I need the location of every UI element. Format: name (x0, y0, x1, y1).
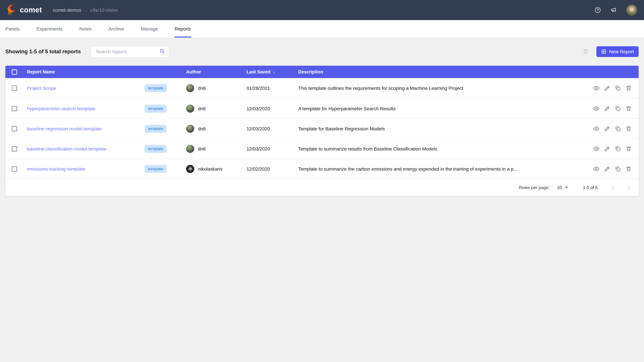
edit-pencil-icon[interactable] (604, 85, 610, 91)
search-box (91, 46, 169, 57)
author-name: dn6 (198, 126, 206, 131)
tab-panels[interactable]: Panels (5, 20, 20, 37)
template-badge: template (144, 84, 167, 92)
delete-trash-icon[interactable] (625, 145, 632, 152)
view-eye-icon[interactable] (593, 85, 600, 91)
rows-per-page-select[interactable]: 10 (557, 185, 568, 190)
view-eye-icon[interactable] (593, 105, 600, 112)
report-name-link[interactable]: baseline-classification-model-template (27, 146, 144, 151)
template-badge: template (144, 165, 167, 173)
toolbar-right: New Report (582, 46, 639, 57)
reports-table: Report Name Author Last Saved ↓ Descript… (5, 66, 639, 196)
search-icon[interactable] (159, 48, 165, 55)
row-checkbox[interactable] (12, 146, 17, 151)
toolbar-divider (86, 48, 86, 55)
row-actions (586, 85, 639, 91)
header-report-name: Report Name (27, 69, 144, 74)
row-checkbox[interactable] (12, 126, 17, 131)
report-name-link[interactable]: Project Scope (27, 85, 144, 91)
duplicate-copy-icon[interactable] (614, 85, 621, 91)
tab-archive[interactable]: Archive (108, 20, 124, 37)
row-checkbox[interactable] (12, 106, 17, 111)
report-name-link[interactable]: emissions-tracking-template (27, 166, 144, 171)
report-name-link[interactable]: hyperparameter-search-template (27, 106, 144, 111)
tab-experiments[interactable]: Experiments (36, 20, 63, 37)
app-root: comet comet-demos › cifar10-vision Panel… (0, 0, 644, 362)
description-text: Template for Baseline Regression Models (298, 126, 586, 131)
next-page-button[interactable] (625, 184, 632, 191)
main-content: Showing 1-5 of 5 total reports New Repor… (0, 37, 644, 196)
caret-down-icon (565, 187, 568, 188)
author-cell: dn6 (186, 145, 246, 153)
duplicate-copy-icon[interactable] (614, 105, 621, 112)
table-body: Project Scope template dn6 01/28/2021 Th… (5, 78, 639, 179)
view-eye-icon[interactable] (593, 125, 600, 132)
table-row: hyperparameter-search-template template … (5, 98, 639, 118)
edit-pencil-icon[interactable] (604, 165, 610, 172)
row-actions (586, 165, 639, 172)
comet-logo[interactable]: comet (7, 5, 42, 15)
help-icon[interactable] (594, 6, 602, 14)
duplicate-copy-icon[interactable] (614, 165, 621, 172)
last-saved-date: 12/03/2020 (246, 126, 298, 131)
report-name-link[interactable]: baseline-regression-model-template (27, 126, 144, 131)
avatar (186, 165, 194, 173)
template-badge: template (144, 145, 167, 153)
description-text: Template to summarize results from Basel… (298, 146, 586, 151)
delete-trash-icon[interactable] (625, 85, 632, 91)
tab-bar: PanelsExperimentsNotesArchiveManageRepor… (0, 20, 644, 37)
avatar (186, 104, 194, 112)
showing-count-text: Showing 1-5 of 5 total reports (5, 49, 81, 55)
avatar (186, 84, 194, 92)
avatar (186, 145, 194, 153)
edit-pencil-icon[interactable] (604, 125, 610, 132)
bulk-delete-trash-icon[interactable] (582, 48, 589, 55)
view-eye-icon[interactable] (593, 165, 600, 172)
comet-logo-icon (7, 5, 17, 15)
tab-reports[interactable]: Reports (174, 20, 191, 37)
select-all-checkbox[interactable] (12, 69, 17, 75)
table-row: baseline-classification-model-template t… (5, 138, 639, 159)
author-name: dn6 (198, 85, 206, 91)
header-last-saved[interactable]: Last Saved ↓ (246, 69, 298, 74)
author-name: dn6 (198, 106, 206, 111)
delete-trash-icon[interactable] (625, 105, 632, 112)
megaphone-icon[interactable] (610, 6, 618, 14)
edit-pencil-icon[interactable] (604, 145, 610, 152)
row-checkbox[interactable] (12, 85, 17, 91)
new-report-button[interactable]: New Report (596, 46, 639, 57)
view-eye-icon[interactable] (593, 145, 600, 152)
author-cell: dn6 (186, 104, 246, 112)
table-footer: Rows per page: 10 1-5 of 5 (5, 179, 639, 196)
template-badge: template (144, 104, 167, 112)
breadcrumb: comet-demos › cifar10-vision (53, 7, 118, 13)
delete-trash-icon[interactable] (625, 125, 632, 132)
author-cell: dn6 (186, 84, 246, 92)
author-cell: dn6 (186, 124, 246, 133)
report-doc-icon (601, 49, 606, 54)
rows-per-page-value: 10 (557, 185, 562, 190)
user-avatar[interactable] (626, 4, 637, 15)
last-saved-date: 12/03/2020 (246, 146, 298, 151)
row-checkbox[interactable] (12, 166, 17, 171)
breadcrumb-workspace[interactable]: comet-demos (53, 7, 81, 13)
edit-pencil-icon[interactable] (604, 105, 610, 112)
delete-trash-icon[interactable] (625, 165, 632, 172)
description-text: Template to summarize the carbon emissio… (298, 166, 586, 171)
row-actions (586, 145, 639, 152)
breadcrumb-project: cifar10-vision (90, 7, 118, 13)
template-badge: template (144, 124, 167, 133)
reports-toolbar: Showing 1-5 of 5 total reports New Repor… (5, 37, 639, 66)
duplicate-copy-icon[interactable] (614, 145, 621, 152)
search-input[interactable] (95, 49, 159, 55)
previous-page-button[interactable] (610, 184, 616, 191)
last-saved-date: 12/03/2020 (246, 106, 298, 111)
tab-notes[interactable]: Notes (79, 20, 92, 37)
description-text: A template for Hyperparameter Search Res… (298, 106, 586, 111)
topbar: comet comet-demos › cifar10-vision (0, 0, 644, 20)
breadcrumb-separator-icon: › (85, 7, 86, 13)
table-header-row: Report Name Author Last Saved ↓ Descript… (5, 66, 639, 78)
row-actions (586, 125, 639, 132)
tab-manage[interactable]: Manage (141, 20, 158, 37)
duplicate-copy-icon[interactable] (614, 125, 621, 132)
